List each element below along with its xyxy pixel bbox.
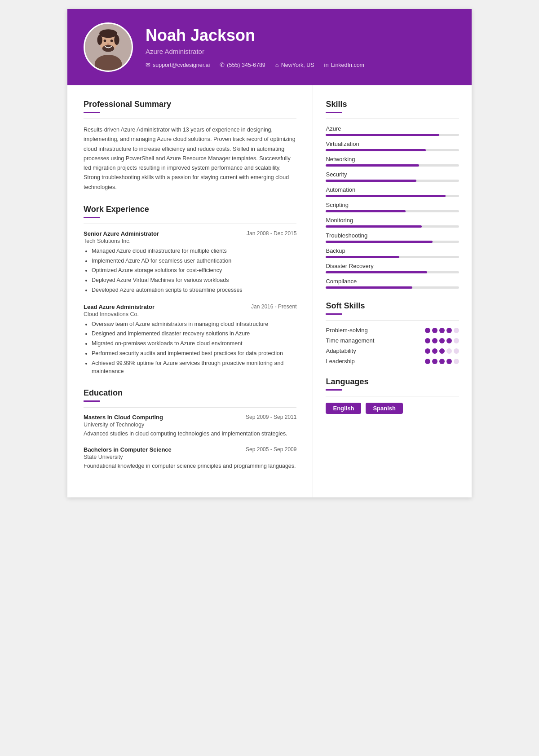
svg-point-8 xyxy=(110,40,113,42)
soft-skills-section: Soft Skills Problem-solvingTime manageme… xyxy=(326,301,459,365)
skills-divider xyxy=(326,112,342,113)
dot xyxy=(439,348,445,354)
dots xyxy=(425,328,459,333)
dot xyxy=(432,328,437,333)
dot xyxy=(432,338,437,343)
job-bullet: Performed security audits and implemente… xyxy=(92,349,296,358)
dots xyxy=(425,348,459,354)
languages-section: Languages EnglishSpanish xyxy=(326,377,459,414)
education-divider xyxy=(84,400,100,402)
edu-desc-2: Foundational knowledge in computer scien… xyxy=(84,462,296,470)
skill-bar-bg xyxy=(326,286,459,289)
dot xyxy=(432,348,437,354)
languages-divider xyxy=(326,389,342,391)
soft-skills-list: Problem-solvingTime managementAdaptabili… xyxy=(326,327,459,365)
languages-title: Languages xyxy=(326,377,459,387)
edu-header-1: Masters in Cloud Computing Sep 2009 - Se… xyxy=(84,414,296,421)
language-tag: Spanish xyxy=(366,403,403,414)
job-company-2: Cloud Innovations Co. xyxy=(84,311,296,317)
job-bullet: Optimized Azure storage solutions for co… xyxy=(92,266,296,275)
edu-date-2: Sep 2005 - Sep 2009 xyxy=(246,446,296,453)
skill-item: Scripting xyxy=(326,202,459,212)
skill-item: Automation xyxy=(326,186,459,197)
skill-item: Disaster Recovery xyxy=(326,263,459,273)
skill-bar-fill xyxy=(326,256,399,258)
avatar xyxy=(84,22,133,72)
skill-item: Monitoring xyxy=(326,217,459,228)
soft-skill-name: Time management xyxy=(326,337,425,344)
resume-container: Noah Jackson Azure Administrator ✉ suppo… xyxy=(67,9,472,497)
edu-date-1: Sep 2009 - Sep 2011 xyxy=(246,414,296,420)
edu-item-1: Masters in Cloud Computing Sep 2009 - Se… xyxy=(84,414,296,438)
job-bullet: Achieved 99.99% uptime for Azure service… xyxy=(92,359,296,376)
soft-skill-item: Time management xyxy=(326,337,459,344)
skill-bar-bg xyxy=(326,164,459,167)
header-section: Noah Jackson Azure Administrator ✉ suppo… xyxy=(67,9,472,85)
svg-point-7 xyxy=(104,40,106,42)
job-title-1: Senior Azure Administrator xyxy=(84,230,159,237)
skill-bar-bg xyxy=(326,149,459,151)
skill-bar-bg xyxy=(326,225,459,228)
job-bullet: Implemented Azure AD for seamless user a… xyxy=(92,257,296,265)
job-company-1: Tech Solutions Inc. xyxy=(84,238,296,244)
language-tags: EnglishSpanish xyxy=(326,403,459,414)
svg-point-3 xyxy=(99,29,117,38)
header-info: Noah Jackson Azure Administrator ✉ suppo… xyxy=(146,26,364,68)
contact-email: ✉ support@cvdesigner.ai xyxy=(146,62,210,68)
job-header-1: Senior Azure Administrator Jan 2008 - De… xyxy=(84,230,296,237)
job-item: Lead Azure Administrator Jan 2016 - Pres… xyxy=(84,303,296,376)
dot xyxy=(425,328,430,333)
contact-linkedin: in LinkedIn.com xyxy=(324,62,364,68)
skill-bar-bg xyxy=(326,271,459,273)
dot xyxy=(454,348,459,354)
candidate-title: Azure Administrator xyxy=(146,48,364,55)
dot xyxy=(454,328,459,333)
svg-point-4 xyxy=(97,35,102,45)
skill-item: Troubleshooting xyxy=(326,232,459,243)
work-experience-section: Work Experience Senior Azure Administrat… xyxy=(84,205,296,376)
dot xyxy=(454,338,459,343)
soft-skill-name: Adaptability xyxy=(326,347,425,354)
edu-school-1: University of Technology xyxy=(84,422,296,428)
skill-name: Networking xyxy=(326,156,459,163)
soft-skill-item: Adaptability xyxy=(326,347,459,354)
phone-icon: ✆ xyxy=(220,62,225,68)
soft-skills-divider xyxy=(326,313,342,315)
work-experience-hr xyxy=(84,224,296,224)
soft-skill-name: Leadership xyxy=(326,358,425,365)
contact-location: ⌂ NewYork, US xyxy=(275,62,314,68)
summary-hr xyxy=(84,119,296,119)
location-icon: ⌂ xyxy=(275,62,279,68)
dots xyxy=(425,338,459,343)
dot xyxy=(446,359,452,364)
work-experience-divider xyxy=(84,217,100,218)
dot xyxy=(446,328,452,333)
edu-school-2: State University xyxy=(84,454,296,460)
skill-name: Automation xyxy=(326,186,459,193)
job-bullet: Migrated on-premises workloads to Azure … xyxy=(92,339,296,348)
dot xyxy=(446,348,452,354)
soft-skill-item: Problem-solving xyxy=(326,327,459,334)
dot xyxy=(425,338,430,343)
edu-degree-2: Bachelors in Computer Science xyxy=(84,446,172,453)
job-bullet: Designed and implemented disaster recove… xyxy=(92,330,296,338)
skill-bar-bg xyxy=(326,241,459,243)
svg-point-5 xyxy=(114,35,119,45)
education-hr xyxy=(84,407,296,408)
dot xyxy=(454,359,459,364)
candidate-name: Noah Jackson xyxy=(146,26,364,45)
education-title: Education xyxy=(84,388,296,398)
skills-list: Azure Virtualization Networking Security… xyxy=(326,125,459,289)
skill-bar-bg xyxy=(326,180,459,182)
skill-bar-fill xyxy=(326,210,406,212)
dot xyxy=(425,348,430,354)
summary-section: Professional Summary Results-driven Azur… xyxy=(84,100,296,192)
skill-name: Disaster Recovery xyxy=(326,263,459,269)
summary-title: Professional Summary xyxy=(84,100,296,109)
skill-name: Backup xyxy=(326,247,459,254)
edu-item-2: Bachelors in Computer Science Sep 2005 -… xyxy=(84,446,296,470)
skill-bar-fill xyxy=(326,149,425,151)
skill-name: Virtualization xyxy=(326,141,459,147)
dots xyxy=(425,359,459,364)
dot xyxy=(425,359,430,364)
